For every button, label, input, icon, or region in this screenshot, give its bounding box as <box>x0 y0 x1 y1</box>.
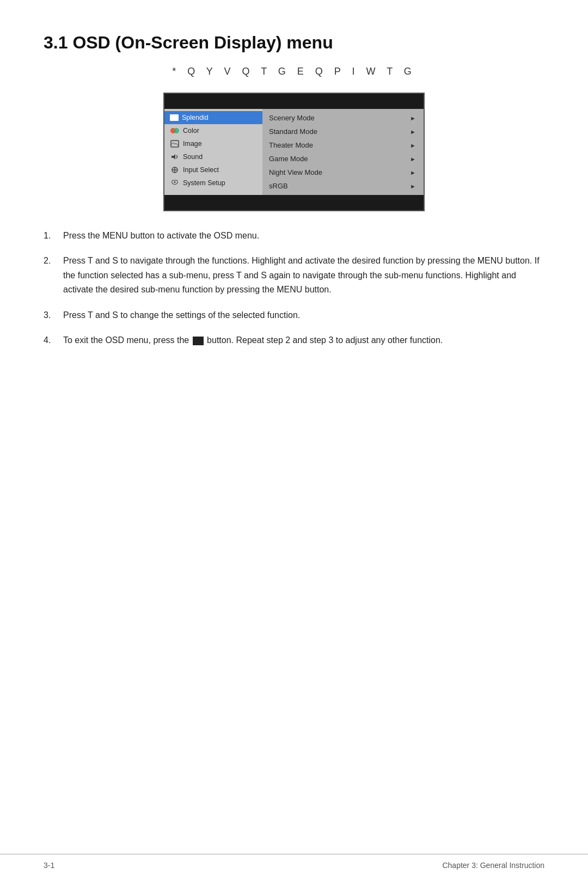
osd-right-item-scenery-mode: Scenery Mode► <box>262 111 424 125</box>
sound-label: Sound <box>183 153 203 161</box>
splendid-label: Splendid <box>182 114 209 121</box>
instruction-text-2: Press T and S to navigate through the fu… <box>63 254 544 297</box>
instruction-number-4: 4. <box>44 333 54 347</box>
game-mode-label: Game Mode <box>269 155 308 163</box>
game-mode-arrow: ► <box>410 156 416 162</box>
osd-left-item-splendid: Splendid <box>164 111 262 124</box>
footer-right: Chapter 3: General Instruction <box>442 861 544 870</box>
footer-left: 3-1 <box>44 861 54 870</box>
color-icon <box>170 127 180 135</box>
input-select-icon <box>170 166 180 174</box>
osd-menu-screenshot: SplendidColorImageSoundInput SelectSyste… <box>163 93 425 211</box>
osd-right-item-standard-mode: Standard Mode► <box>262 125 424 138</box>
page-title: 3.1 OSD (On-Screen Display) menu <box>44 33 544 53</box>
splendid-icon <box>170 114 179 121</box>
instruction-number-1: 1. <box>44 229 54 243</box>
osd-left-item-image: Image <box>164 137 262 150</box>
instructions-list: 1.Press the MENU button to activate the … <box>44 229 544 347</box>
osd-left-item-sound: Sound <box>164 150 262 163</box>
theater-mode-label: Theater Mode <box>269 141 313 149</box>
image-icon <box>170 140 180 148</box>
osd-right-item-theater-mode: Theater Mode► <box>262 138 424 152</box>
system-setup-label: System Setup <box>183 179 225 187</box>
page-footer: 3-1 Chapter 3: General Instruction <box>0 854 588 870</box>
srgb-arrow: ► <box>410 183 416 190</box>
instruction-item-3: 3.Press T and S to change the settings o… <box>44 308 544 322</box>
srgb-label: sRGB <box>269 182 288 190</box>
instruction-item-4: 4.To exit the OSD menu, press the button… <box>44 333 544 347</box>
instruction-text-1: Press the MENU button to activate the OS… <box>63 229 259 243</box>
instruction-text-4: To exit the OSD menu, press the button. … <box>63 333 443 347</box>
night-view-mode-arrow: ► <box>410 169 416 176</box>
instruction-number-3: 3. <box>44 308 54 322</box>
osd-top-bar <box>164 94 424 109</box>
scenery-mode-arrow: ► <box>410 115 416 121</box>
image-label: Image <box>183 140 202 148</box>
standard-mode-arrow: ► <box>410 129 416 135</box>
color-label: Color <box>183 127 199 135</box>
instruction-item-2: 2.Press T and S to navigate through the … <box>44 254 544 297</box>
instruction-text-3: Press T and S to change the settings of … <box>63 308 300 322</box>
osd-right-item-game-mode: Game Mode► <box>262 152 424 166</box>
osd-left-item-input-select: Input Select <box>164 163 262 176</box>
subtitle-text: * Q Y V Q T G E Q P I W T G <box>44 66 544 77</box>
osd-left-item-color: Color <box>164 124 262 137</box>
osd-right-item-srgb: sRGB► <box>262 179 424 193</box>
system-setup-icon <box>170 179 180 187</box>
osd-left-item-system-setup: System Setup <box>164 176 262 190</box>
instruction-item-1: 1.Press the MENU button to activate the … <box>44 229 544 243</box>
theater-mode-arrow: ► <box>410 142 416 149</box>
instruction-number-2: 2. <box>44 254 54 297</box>
sound-icon <box>170 153 180 161</box>
scenery-mode-label: Scenery Mode <box>269 114 315 122</box>
osd-left-panel: SplendidColorImageSoundInput SelectSyste… <box>164 109 262 195</box>
standard-mode-label: Standard Mode <box>269 127 317 136</box>
svg-point-1 <box>174 128 179 133</box>
osd-right-item-night-view-mode: Night View Mode► <box>262 166 424 179</box>
exit-button-icon <box>193 337 204 345</box>
input-select-label: Input Select <box>183 166 219 174</box>
night-view-mode-label: Night View Mode <box>269 168 322 176</box>
svg-marker-3 <box>171 154 175 160</box>
osd-body: SplendidColorImageSoundInput SelectSyste… <box>164 109 424 195</box>
osd-right-panel: Scenery Mode►Standard Mode►Theater Mode►… <box>262 109 424 195</box>
svg-point-7 <box>174 181 176 183</box>
osd-bottom-bar <box>164 195 424 210</box>
